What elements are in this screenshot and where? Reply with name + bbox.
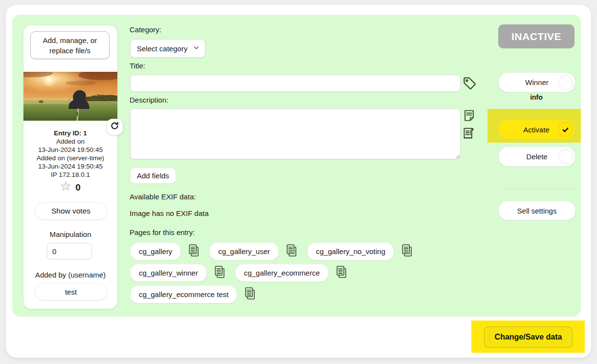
winner-label: Winner	[525, 78, 549, 86]
copy-page-icon[interactable]	[335, 265, 348, 281]
title-label: Title:	[130, 62, 145, 70]
add-replace-file-button[interactable]: Add, manage, or replace file/s	[30, 31, 110, 59]
pages-label: Pages for this entry:	[130, 228, 195, 236]
copy-page-icon[interactable]	[188, 243, 200, 259]
page-pair: cg_gallery_ecommerce	[235, 264, 348, 282]
tag-icon[interactable]	[462, 75, 477, 93]
category-select[interactable]: Select category	[130, 39, 205, 58]
ip-address: IP 172.18.0.1	[23, 171, 117, 179]
exif-label: Available EXIF data:	[130, 193, 196, 201]
entry-id: Entry ID: 1	[23, 129, 117, 137]
delete-button[interactable]: Delete	[498, 147, 575, 167]
manipulation-label: Manipulation	[23, 230, 117, 238]
sell-settings-button[interactable]: Sell settings	[498, 201, 575, 220]
activate-label: Activate	[523, 126, 549, 134]
delete-toggle-circle	[558, 150, 573, 164]
category-selected-value: Select category	[137, 44, 187, 53]
winner-toggle-circle	[558, 75, 573, 90]
save-highlight: Change/Save data	[471, 321, 585, 353]
winner-button[interactable]: Winner	[498, 72, 575, 92]
added-by-label: Added by (username)	[23, 271, 117, 279]
page-pair: cg_gallery_user	[209, 242, 298, 260]
added-on-server-label: Added on (server-time)	[23, 154, 117, 162]
add-fields-button[interactable]: Add fields	[130, 168, 176, 184]
page-pair: cg_gallery_winner	[130, 264, 226, 282]
page-button[interactable]: cg_gallery_no_voting	[307, 242, 394, 260]
copy-page-icon[interactable]	[214, 265, 226, 281]
page-button[interactable]: cg_gallery_ecommerce test	[130, 285, 237, 303]
star-icon	[60, 181, 71, 194]
added-on-server-value: 13-Jun-2024 19:50:45	[23, 162, 117, 171]
manipulation-input[interactable]	[47, 243, 92, 259]
page-pair: cg_gallery_no_voting	[307, 242, 413, 260]
show-votes-button[interactable]: Show votes	[35, 202, 107, 220]
copy-page-icon[interactable]	[244, 286, 256, 302]
page-button[interactable]: cg_gallery_winner	[130, 264, 207, 282]
status-badge: INACTIVE	[498, 24, 575, 48]
entry-meta: Entry ID: 1 Added on 13-Jun-2024 19:50:4…	[23, 129, 117, 179]
entry-admin-page: Add, manage, or replace file/s	[0, 0, 597, 364]
page-button[interactable]: cg_gallery_ecommerce	[235, 264, 329, 282]
receipt-icon[interactable]	[462, 126, 476, 143]
description-label: Description:	[130, 96, 168, 104]
exif-value: Image has no EXIF data	[130, 209, 209, 217]
entry-image	[23, 72, 117, 121]
delete-label: Delete	[526, 152, 547, 161]
pages-row-1: cg_gallery cg_gallery_user cg_gallery_no…	[130, 242, 422, 260]
page-pair: cg_gallery_ecommerce test	[130, 285, 256, 303]
note-icon[interactable]	[463, 108, 476, 125]
activate-button[interactable]: Activate	[498, 120, 575, 139]
page-pair: cg_gallery	[130, 242, 200, 260]
divider	[499, 189, 574, 189]
category-label: Category:	[130, 25, 161, 34]
check-icon	[558, 122, 573, 137]
copy-page-icon[interactable]	[401, 243, 413, 259]
votes-count: 0	[75, 182, 81, 193]
page-button[interactable]: cg_gallery_user	[209, 242, 279, 260]
chevron-down-icon	[193, 44, 200, 53]
change-save-data-button[interactable]: Change/Save data	[484, 326, 573, 348]
description-textarea[interactable]	[130, 108, 461, 159]
pages-row-2: cg_gallery_winner cg_gallery_ecommerce	[130, 264, 357, 282]
added-on-label: Added on	[23, 137, 117, 146]
file-panel: Add, manage, or replace file/s	[23, 25, 117, 309]
title-input[interactable]	[130, 75, 461, 92]
added-on-value: 13-Jun-2024 19:50:45	[23, 146, 117, 154]
votes-row: 0	[23, 181, 117, 194]
info-text: info	[498, 93, 575, 101]
page-button[interactable]: cg_gallery	[130, 242, 181, 260]
added-by-button[interactable]: test	[35, 283, 107, 300]
copy-page-icon[interactable]	[286, 243, 298, 259]
pages-row-3: cg_gallery_ecommerce test	[130, 285, 265, 303]
